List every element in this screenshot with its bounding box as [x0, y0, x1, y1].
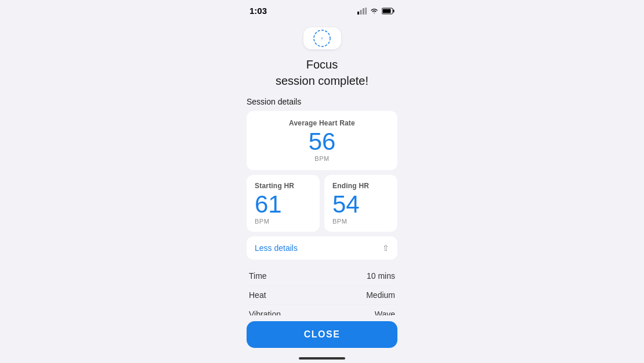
- status-time: 1:03: [249, 6, 267, 16]
- section-label: Session details: [247, 97, 397, 106]
- detail-key: Heat: [249, 290, 266, 300]
- svg-point-8: [321, 37, 323, 39]
- detail-row: VibrationWave: [247, 305, 397, 315]
- wifi-icon: [370, 8, 379, 15]
- detail-row: Time10 mins: [247, 267, 397, 286]
- avg-hr-value: 56: [256, 130, 388, 154]
- less-details-card[interactable]: Less details ⇧: [247, 236, 397, 260]
- app-icon-container: [303, 27, 341, 49]
- starting-hr-value: 61: [255, 192, 312, 217]
- phone-frame: 1:03: [0, 0, 644, 363]
- session-title: Focus session complete!: [276, 56, 368, 89]
- close-button-container: CLOSE: [238, 315, 406, 357]
- starting-hr-card: Starting HR 61 BPM: [247, 175, 320, 232]
- ending-hr-card: Ending HR 54 BPM: [324, 175, 397, 232]
- detail-key: Time: [249, 271, 267, 281]
- svg-rect-2: [363, 8, 364, 15]
- ending-hr-label: Ending HR: [332, 182, 389, 190]
- battery-icon: [382, 8, 395, 15]
- hr-row: Starting HR 61 BPM Ending HR 54 BPM: [247, 175, 397, 232]
- detail-key: Vibration: [249, 310, 281, 315]
- bottom-indicator: [238, 357, 406, 363]
- status-bar: 1:03: [238, 0, 406, 19]
- status-icons: [357, 8, 395, 15]
- starting-hr-unit: BPM: [255, 218, 312, 225]
- chevron-up-icon: ⇧: [382, 243, 389, 253]
- main-content: Focus session complete! Session details …: [238, 19, 406, 315]
- svg-rect-1: [360, 10, 362, 15]
- detail-value: 10 mins: [367, 271, 395, 281]
- svg-rect-6: [393, 9, 395, 12]
- avg-hr-card: Average Heart Rate 56 BPM: [247, 111, 397, 170]
- details-list: Time10 minsHeatMediumVibrationWave: [247, 264, 397, 315]
- less-details-label: Less details: [255, 243, 298, 253]
- svg-rect-3: [366, 8, 367, 15]
- detail-value: Medium: [366, 290, 395, 300]
- signal-icon: [357, 8, 367, 15]
- close-button[interactable]: CLOSE: [247, 321, 397, 348]
- avg-hr-label: Average Heart Rate: [256, 119, 388, 127]
- phone-screen: 1:03: [238, 0, 406, 363]
- ending-hr-value: 54: [332, 192, 389, 217]
- svg-rect-0: [357, 12, 359, 15]
- home-bar: [299, 357, 345, 360]
- title-text: Focus session complete!: [276, 56, 368, 89]
- detail-value: Wave: [375, 310, 395, 315]
- less-details-header[interactable]: Less details ⇧: [247, 236, 397, 260]
- svg-rect-5: [383, 9, 391, 13]
- avg-hr-unit: BPM: [256, 155, 388, 162]
- focus-app-icon: [311, 27, 333, 49]
- starting-hr-label: Starting HR: [255, 182, 312, 190]
- detail-row: HeatMedium: [247, 286, 397, 305]
- ending-hr-unit: BPM: [332, 218, 389, 225]
